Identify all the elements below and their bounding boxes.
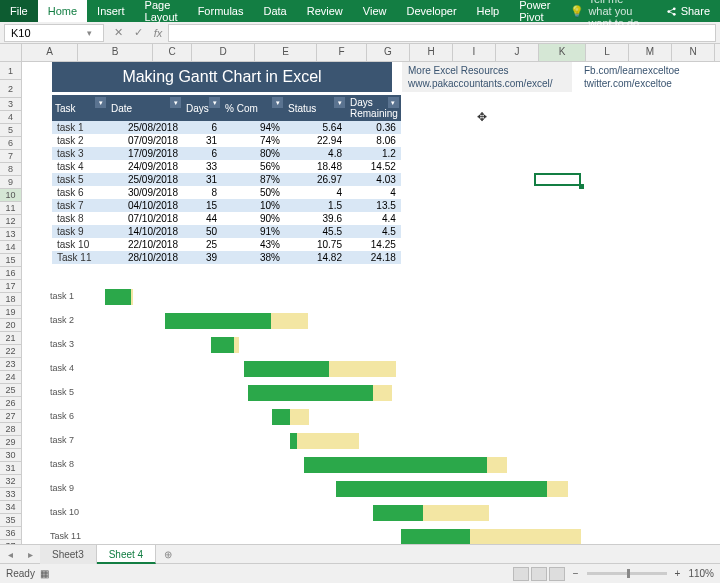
row-header-24[interactable]: 24	[0, 371, 22, 384]
tab-data[interactable]: Data	[253, 0, 296, 22]
filter-dropdown-icon[interactable]: ▾	[209, 97, 220, 108]
tab-file[interactable]: File	[0, 0, 38, 22]
row-header-29[interactable]: 29	[0, 436, 22, 449]
tab-view[interactable]: View	[353, 0, 397, 22]
row-header-25[interactable]: 25	[0, 384, 22, 397]
row-header-28[interactable]: 28	[0, 423, 22, 436]
sheet-tab-sheet3[interactable]: Sheet3	[40, 545, 97, 564]
share-button[interactable]: Share	[656, 5, 720, 17]
col-header-N[interactable]: N	[672, 44, 715, 61]
table-row[interactable]: task 1022/10/20182543%10.7514.25	[52, 238, 401, 251]
table-row[interactable]: task 525/09/20183187%26.974.03	[52, 173, 401, 186]
tab-developer[interactable]: Developer	[396, 0, 466, 22]
col-header-L[interactable]: L	[586, 44, 629, 61]
table-header[interactable]: Task▾	[52, 95, 108, 121]
col-header-I[interactable]: I	[453, 44, 496, 61]
zoom-out-button[interactable]: −	[573, 568, 579, 579]
zoom-level[interactable]: 110%	[688, 568, 714, 579]
col-header-J[interactable]: J	[496, 44, 539, 61]
row-header-30[interactable]: 30	[0, 449, 22, 462]
col-header-B[interactable]: B	[78, 44, 153, 61]
row-header-9[interactable]: 9	[0, 176, 22, 189]
row-header-36[interactable]: 36	[0, 527, 22, 540]
tab-home[interactable]: Home	[38, 0, 87, 22]
tab-page-layout[interactable]: Page Layout	[135, 0, 188, 22]
selected-cell[interactable]	[534, 173, 581, 186]
col-header-K[interactable]: K	[539, 44, 586, 61]
row-header-35[interactable]: 35	[0, 514, 22, 527]
tab-formulas[interactable]: Formulas	[188, 0, 254, 22]
page-break-view-icon[interactable]	[549, 567, 565, 581]
col-header-F[interactable]: F	[317, 44, 367, 61]
chevron-down-icon[interactable]: ▾	[87, 28, 97, 38]
row-header-34[interactable]: 34	[0, 501, 22, 514]
row-header-8[interactable]: 8	[0, 163, 22, 176]
table-row[interactable]: task 807/10/20184490%39.64.4	[52, 212, 401, 225]
row-header-26[interactable]: 26	[0, 397, 22, 410]
row-header-31[interactable]: 31	[0, 462, 22, 475]
row-header-1[interactable]: 1	[0, 62, 22, 80]
row-header-14[interactable]: 14	[0, 241, 22, 254]
view-buttons[interactable]	[513, 567, 565, 581]
row-header-2[interactable]: 2	[0, 80, 22, 98]
gantt-chart[interactable]: task 1 task 2 task 3 task 4 task 5 task …	[50, 285, 670, 544]
row-header-19[interactable]: 19	[0, 306, 22, 319]
table-header[interactable]: Date▾	[108, 95, 183, 121]
table-row[interactable]: task 207/09/20183174%22.948.06	[52, 134, 401, 147]
enter-formula-icon[interactable]: ✓	[128, 26, 148, 39]
col-header-G[interactable]: G	[367, 44, 410, 61]
table-row[interactable]: Task 1128/10/20183938%14.8224.18	[52, 251, 401, 264]
table-header[interactable]: Days▾	[183, 95, 222, 121]
sheet-tab-sheet4[interactable]: Sheet 4	[97, 545, 156, 564]
table-row[interactable]: task 704/10/20181510%1.513.5	[52, 199, 401, 212]
name-box[interactable]: K10▾	[4, 24, 104, 42]
row-header-33[interactable]: 33	[0, 488, 22, 501]
row-header-22[interactable]: 22	[0, 345, 22, 358]
tab-review[interactable]: Review	[297, 0, 353, 22]
table-row[interactable]: task 914/10/20185091%45.54.5	[52, 225, 401, 238]
select-all-corner[interactable]	[0, 44, 22, 61]
filter-dropdown-icon[interactable]: ▾	[95, 97, 106, 108]
col-header-E[interactable]: E	[255, 44, 317, 61]
row-header-13[interactable]: 13	[0, 228, 22, 241]
tab-insert[interactable]: Insert	[87, 0, 135, 22]
row-header-10[interactable]: 10	[0, 189, 22, 202]
table-header[interactable]: % Com▾	[222, 95, 285, 121]
row-header-37[interactable]: 37	[0, 540, 22, 544]
row-header-23[interactable]: 23	[0, 358, 22, 371]
filter-dropdown-icon[interactable]: ▾	[388, 97, 399, 108]
col-header-C[interactable]: C	[153, 44, 192, 61]
table-row[interactable]: task 424/09/20183356%18.4814.52	[52, 160, 401, 173]
macro-record-icon[interactable]: ▦	[40, 568, 49, 579]
row-header-21[interactable]: 21	[0, 332, 22, 345]
add-sheet-button[interactable]: ⊕	[156, 549, 180, 560]
table-row[interactable]: task 317/09/2018680%4.81.2	[52, 147, 401, 160]
filter-dropdown-icon[interactable]: ▾	[272, 97, 283, 108]
page-layout-view-icon[interactable]	[531, 567, 547, 581]
row-header-5[interactable]: 5	[0, 124, 22, 137]
row-header-20[interactable]: 20	[0, 319, 22, 332]
row-header-11[interactable]: 11	[0, 202, 22, 215]
row-header-27[interactable]: 27	[0, 410, 22, 423]
row-header-16[interactable]: 16	[0, 267, 22, 280]
row-header-6[interactable]: 6	[0, 137, 22, 150]
col-header-H[interactable]: H	[410, 44, 453, 61]
fx-icon[interactable]: fx	[148, 27, 168, 39]
spreadsheet-grid[interactable]: ABCDEFGHIJKLMN 1234567891011121314151617…	[0, 44, 720, 544]
row-header-15[interactable]: 15	[0, 254, 22, 267]
row-header-7[interactable]: 7	[0, 150, 22, 163]
filter-dropdown-icon[interactable]: ▾	[170, 97, 181, 108]
zoom-in-button[interactable]: +	[675, 568, 681, 579]
tab-help[interactable]: Help	[467, 0, 510, 22]
zoom-slider[interactable]	[587, 572, 667, 575]
row-header-32[interactable]: 32	[0, 475, 22, 488]
row-header-12[interactable]: 12	[0, 215, 22, 228]
table-header[interactable]: Days Remaining▾	[347, 95, 401, 121]
table-row[interactable]: task 125/08/2018694%5.640.36	[52, 121, 401, 134]
col-header-M[interactable]: M	[629, 44, 672, 61]
tell-me[interactable]: 💡Tell me what you want to do	[560, 0, 655, 22]
normal-view-icon[interactable]	[513, 567, 529, 581]
col-header-A[interactable]: A	[22, 44, 78, 61]
col-header-D[interactable]: D	[192, 44, 255, 61]
row-header-4[interactable]: 4	[0, 111, 22, 124]
